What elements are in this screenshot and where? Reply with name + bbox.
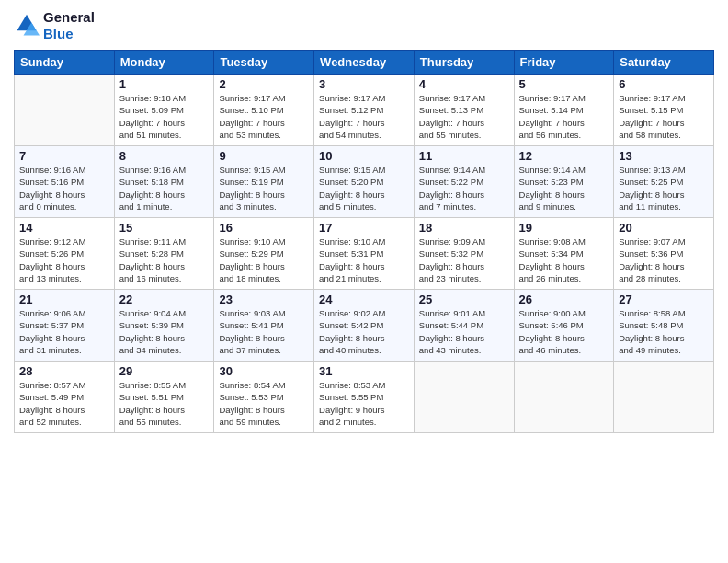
day-info: Sunrise: 9:17 AM Sunset: 5:15 PM Dayligh… [619,92,709,141]
weekday-header-tuesday: Tuesday [214,51,314,75]
calendar-page: General Blue SundayMondayTuesdayWednesda… [0,0,728,563]
day-number: 9 [219,149,309,163]
calendar-cell [15,75,115,146]
day-number: 23 [219,293,309,306]
day-number: 1 [119,77,210,91]
calendar-week-3: 14Sunrise: 9:12 AM Sunset: 5:26 PM Dayli… [15,218,714,290]
calendar-cell: 23Sunrise: 9:03 AM Sunset: 5:41 PM Dayli… [214,290,314,362]
weekday-header-row: SundayMondayTuesdayWednesdayThursdayFrid… [15,51,714,75]
day-info: Sunrise: 9:10 AM Sunset: 5:29 PM Dayligh… [219,236,309,284]
day-number: 6 [619,77,709,91]
day-info: Sunrise: 9:10 AM Sunset: 5:31 PM Dayligh… [319,236,409,284]
day-number: 17 [319,221,409,235]
weekday-header-sunday: Sunday [15,51,115,75]
day-number: 14 [19,221,109,235]
day-number: 18 [419,221,509,235]
day-info: Sunrise: 9:17 AM Sunset: 5:13 PM Dayligh… [419,92,509,141]
day-info: Sunrise: 9:14 AM Sunset: 5:23 PM Dayligh… [519,164,609,213]
day-number: 27 [619,293,709,306]
calendar-cell: 24Sunrise: 9:02 AM Sunset: 5:42 PM Dayli… [314,290,415,362]
day-number: 11 [419,149,509,163]
day-info: Sunrise: 9:14 AM Sunset: 5:22 PM Dayligh… [419,164,509,213]
calendar-cell: 18Sunrise: 9:09 AM Sunset: 5:32 PM Dayli… [414,218,514,290]
calendar-cell: 17Sunrise: 9:10 AM Sunset: 5:31 PM Dayli… [314,218,415,290]
weekday-header-wednesday: Wednesday [314,51,415,75]
calendar-body: 1Sunrise: 9:18 AM Sunset: 5:09 PM Daylig… [15,75,714,433]
calendar-cell: 3Sunrise: 9:17 AM Sunset: 5:12 PM Daylig… [314,75,415,146]
day-number: 22 [119,293,210,306]
day-number: 2 [219,77,309,91]
calendar-week-4: 21Sunrise: 9:06 AM Sunset: 5:37 PM Dayli… [15,290,714,362]
day-number: 16 [219,221,309,235]
day-info: Sunrise: 9:15 AM Sunset: 5:19 PM Dayligh… [219,164,309,213]
day-info: Sunrise: 9:11 AM Sunset: 5:28 PM Dayligh… [119,236,210,284]
day-info: Sunrise: 9:18 AM Sunset: 5:09 PM Dayligh… [119,92,210,141]
header: General Blue [14,9,714,42]
calendar-cell: 6Sunrise: 9:17 AM Sunset: 5:15 PM Daylig… [614,75,714,146]
calendar-cell: 1Sunrise: 9:18 AM Sunset: 5:09 PM Daylig… [114,75,214,146]
day-number: 28 [19,364,109,378]
day-info: Sunrise: 9:06 AM Sunset: 5:37 PM Dayligh… [19,307,109,356]
calendar-cell: 30Sunrise: 8:54 AM Sunset: 5:53 PM Dayli… [214,362,314,433]
calendar-cell: 4Sunrise: 9:17 AM Sunset: 5:13 PM Daylig… [414,75,514,146]
day-number: 4 [419,77,509,91]
calendar-cell [514,362,614,433]
day-number: 7 [19,149,109,163]
day-info: Sunrise: 9:16 AM Sunset: 5:18 PM Dayligh… [119,164,210,213]
day-info: Sunrise: 9:04 AM Sunset: 5:39 PM Dayligh… [119,307,210,356]
day-number: 20 [619,221,709,235]
day-info: Sunrise: 9:03 AM Sunset: 5:41 PM Dayligh… [219,307,309,356]
calendar-cell: 16Sunrise: 9:10 AM Sunset: 5:29 PM Dayli… [214,218,314,290]
day-number: 15 [119,221,210,235]
day-number: 5 [519,77,609,91]
day-number: 26 [519,293,609,306]
day-info: Sunrise: 8:57 AM Sunset: 5:49 PM Dayligh… [19,379,109,428]
day-info: Sunrise: 9:15 AM Sunset: 5:20 PM Dayligh… [319,164,409,213]
day-number: 31 [319,364,409,378]
calendar-cell: 12Sunrise: 9:14 AM Sunset: 5:23 PM Dayli… [514,146,614,218]
day-info: Sunrise: 9:17 AM Sunset: 5:14 PM Dayligh… [519,92,609,141]
day-info: Sunrise: 9:01 AM Sunset: 5:44 PM Dayligh… [419,307,509,356]
calendar-cell: 29Sunrise: 8:55 AM Sunset: 5:51 PM Dayli… [114,362,214,433]
day-number: 8 [119,149,210,163]
day-info: Sunrise: 9:00 AM Sunset: 5:46 PM Dayligh… [519,307,609,356]
day-number: 19 [519,221,609,235]
day-info: Sunrise: 9:08 AM Sunset: 5:34 PM Dayligh… [519,236,609,284]
calendar-cell: 2Sunrise: 9:17 AM Sunset: 5:10 PM Daylig… [214,75,314,146]
calendar-table: SundayMondayTuesdayWednesdayThursdayFrid… [14,50,714,433]
calendar-cell: 28Sunrise: 8:57 AM Sunset: 5:49 PM Dayli… [15,362,115,433]
day-number: 21 [19,293,109,306]
logo: General Blue [14,9,95,42]
day-info: Sunrise: 8:54 AM Sunset: 5:53 PM Dayligh… [219,379,309,428]
calendar-cell: 11Sunrise: 9:14 AM Sunset: 5:22 PM Dayli… [414,146,514,218]
calendar-cell: 9Sunrise: 9:15 AM Sunset: 5:19 PM Daylig… [214,146,314,218]
calendar-week-5: 28Sunrise: 8:57 AM Sunset: 5:49 PM Dayli… [15,362,714,433]
calendar-cell: 26Sunrise: 9:00 AM Sunset: 5:46 PM Dayli… [514,290,614,362]
day-info: Sunrise: 9:17 AM Sunset: 5:10 PM Dayligh… [219,92,309,141]
calendar-week-1: 1Sunrise: 9:18 AM Sunset: 5:09 PM Daylig… [15,75,714,146]
calendar-cell: 7Sunrise: 9:16 AM Sunset: 5:16 PM Daylig… [15,146,115,218]
weekday-header-thursday: Thursday [414,51,514,75]
weekday-header-friday: Friday [514,51,614,75]
logo-icon [14,13,40,39]
day-number: 24 [319,293,409,306]
day-number: 10 [319,149,409,163]
day-number: 25 [419,293,509,306]
day-number: 13 [619,149,709,163]
calendar-cell: 31Sunrise: 8:53 AM Sunset: 5:55 PM Dayli… [314,362,415,433]
calendar-cell: 14Sunrise: 9:12 AM Sunset: 5:26 PM Dayli… [15,218,115,290]
day-info: Sunrise: 9:02 AM Sunset: 5:42 PM Dayligh… [319,307,409,356]
day-number: 12 [519,149,609,163]
day-info: Sunrise: 8:55 AM Sunset: 5:51 PM Dayligh… [119,379,210,428]
day-number: 3 [319,77,409,91]
day-info: Sunrise: 9:16 AM Sunset: 5:16 PM Dayligh… [19,164,109,213]
day-info: Sunrise: 8:53 AM Sunset: 5:55 PM Dayligh… [319,379,409,428]
calendar-cell [614,362,714,433]
weekday-header-saturday: Saturday [614,51,714,75]
calendar-cell: 5Sunrise: 9:17 AM Sunset: 5:14 PM Daylig… [514,75,614,146]
day-info: Sunrise: 9:13 AM Sunset: 5:25 PM Dayligh… [619,164,709,213]
calendar-cell: 22Sunrise: 9:04 AM Sunset: 5:39 PM Dayli… [114,290,214,362]
day-info: Sunrise: 8:58 AM Sunset: 5:48 PM Dayligh… [619,307,709,356]
calendar-cell [414,362,514,433]
day-number: 29 [119,364,210,378]
